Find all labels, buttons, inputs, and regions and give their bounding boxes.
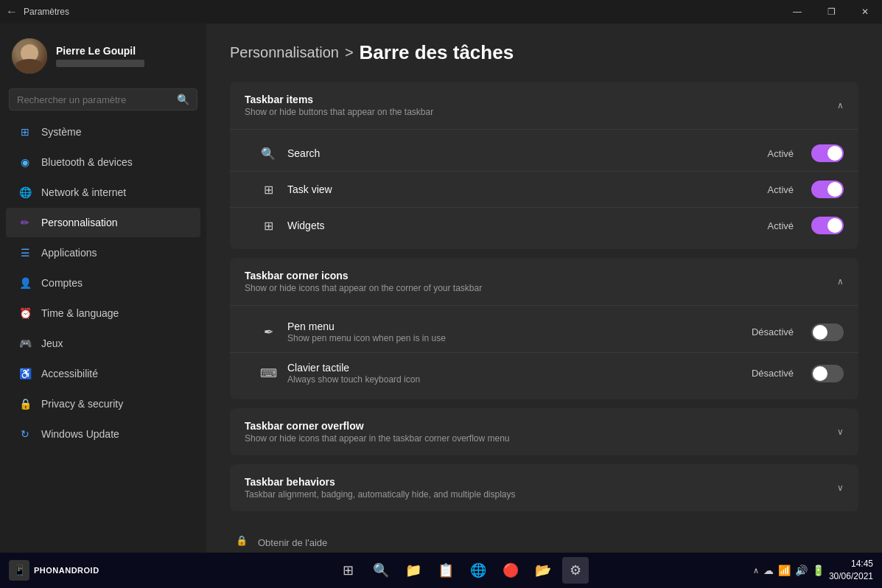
nav-icon-accessibilite: ♿ [18, 366, 32, 381]
back-button[interactable]: ← [6, 5, 18, 18]
taskbar-volume-icon[interactable]: 🔊 [795, 564, 808, 576]
section-subtitle-taskbar-items: Show or hide buttons that appear on the … [245, 107, 433, 117]
setting-icon-pen-menu: ✒ [259, 323, 277, 341]
nav-label-network: Network & internet [41, 186, 126, 198]
setting-label-block-taskview: Task view [287, 183, 757, 195]
breadcrumb-current: Barre des tâches [360, 41, 514, 64]
section-taskbar-corner-overflow: Taskbar corner overflow Show or hide ico… [230, 408, 858, 455]
user-section: Pierre Le Goupil [0, 29, 206, 85]
setting-label-widgets: Widgets [287, 220, 757, 231]
content-area: Personnalisation > Barre des tâches Task… [206, 24, 882, 553]
sidebar-item-update[interactable]: ↻ Windows Update [6, 419, 200, 449]
sidebar-item-comptes[interactable]: 👤 Comptes [6, 268, 200, 298]
toggle-knob-clavier-tactile [813, 366, 827, 381]
taskbar-icon-edge-browser[interactable]: 🌐 [465, 557, 491, 584]
setting-icon-clavier-tactile: ⌨ [259, 365, 277, 382]
section-items-taskbar-items: 🔍 Search Activé ⊞ Task view [230, 129, 858, 249]
setting-label-block-clavier-tactile: Clavier tactile Always show touch keyboa… [287, 362, 741, 385]
taskbar-icon-clipboard[interactable]: 📋 [433, 557, 459, 584]
setting-icon-taskview: ⊞ [259, 181, 277, 198]
search-input[interactable] [17, 94, 177, 105]
nav-label-accessibilite: Accessibilité [41, 368, 98, 379]
setting-icon-search: 🔍 [259, 144, 277, 162]
nav-label-privacy: Privacy & security [41, 398, 123, 410]
toggle-search[interactable] [811, 144, 844, 162]
sidebar-item-time[interactable]: ⏰ Time & language [6, 298, 200, 328]
nav-label-applications: Applications [41, 247, 97, 259]
setting-label-clavier-tactile: Clavier tactile [287, 362, 741, 374]
breadcrumb: Personnalisation > Barre des tâches [230, 41, 858, 64]
section-taskbar-items: Taskbar items Show or hide buttons that … [230, 82, 858, 249]
taskbar-icon-windows-start[interactable]: ⊞ [335, 557, 362, 584]
nav-icon-bluetooth: ◉ [18, 155, 32, 169]
toggle-pen-menu[interactable] [811, 323, 844, 341]
sidebar-item-personnalisation[interactable]: ✏ Personnalisation [6, 208, 200, 237]
footer-links: 🔒 Obtenir de l'aide 💬 Envoyer des commen… [230, 529, 858, 553]
nav-label-personnalisation: Personnalisation [41, 217, 118, 228]
footer-link-help[interactable]: 🔒 Obtenir de l'aide [233, 529, 855, 553]
taskbar-time: 14:45 [829, 558, 873, 570]
sidebar-item-jeux[interactable]: 🎮 Jeux [6, 329, 200, 358]
setting-status-widgets: Activé [768, 220, 794, 231]
taskbar-battery-icon: 🔋 [812, 564, 825, 576]
setting-row-pen-menu: ✒ Pen menu Show pen menu icon when pen i… [230, 312, 858, 352]
taskbar-icon-file-explorer[interactable]: 📁 [400, 557, 427, 584]
sidebar-item-systeme[interactable]: ⊞ Système [6, 117, 200, 147]
section-title-taskbar-behaviors: Taskbar behaviors [245, 476, 516, 488]
toggle-taskview[interactable] [811, 181, 844, 198]
taskbar-chevron-icon[interactable]: ∧ [753, 566, 759, 575]
maximize-button[interactable]: ❐ [814, 0, 848, 24]
sidebar-item-privacy[interactable]: 🔒 Privacy & security [6, 389, 200, 419]
chevron-icon-taskbar-corner-overflow: ∨ [837, 427, 844, 437]
taskbar-icon-settings-app[interactable]: ⚙ [562, 557, 589, 584]
brand-logo: PHONANDROID [34, 566, 99, 575]
section-items-taskbar-corner-icons: ✒ Pen menu Show pen menu icon when pen i… [230, 305, 858, 399]
minimize-button[interactable]: — [780, 0, 814, 24]
sidebar-item-accessibilite[interactable]: ♿ Accessibilité [6, 359, 200, 388]
nav-label-time: Time & language [41, 307, 119, 319]
taskbar-icon-folder[interactable]: 📂 [530, 557, 556, 584]
search-icon: 🔍 [177, 94, 189, 105]
user-name: Pierre Le Goupil [56, 45, 144, 57]
breadcrumb-parent: Personnalisation [230, 44, 339, 61]
setting-label-pen-menu: Pen menu [287, 321, 741, 332]
nav-label-jeux: Jeux [41, 337, 63, 349]
taskbar-icon-taskbar-search[interactable]: 🔍 [368, 557, 394, 584]
sidebar-item-network[interactable]: 🌐 Network & internet [6, 178, 200, 207]
avatar[interactable] [12, 38, 47, 74]
titlebar-title: Paramètres [24, 7, 69, 17]
user-info: Pierre Le Goupil [56, 45, 144, 67]
nav-icon-jeux: 🎮 [18, 336, 32, 351]
breadcrumb-separator: > [345, 44, 354, 61]
nav-icon-time: ⏰ [18, 306, 32, 321]
sections-container: Taskbar items Show or hide buttons that … [230, 82, 858, 511]
toggle-clavier-tactile[interactable] [811, 365, 844, 382]
setting-label-block-pen-menu: Pen menu Show pen menu icon when pen is … [287, 321, 741, 343]
section-header-taskbar-behaviors[interactable]: Taskbar behaviors Taskbar alignment, bad… [230, 464, 858, 511]
taskbar-cloud-icon: ☁ [763, 564, 774, 576]
taskbar-right: ∧ ☁ 📶 🔊 🔋 14:45 30/06/2021 [753, 558, 873, 583]
nav-icon-privacy: 🔒 [18, 396, 32, 411]
nav-icon-personnalisation: ✏ [18, 215, 32, 230]
section-header-taskbar-corner-overflow[interactable]: Taskbar corner overflow Show or hide ico… [230, 408, 858, 455]
search-box[interactable]: 🔍 [9, 88, 197, 111]
taskbar-icon-google-chrome[interactable]: 🔴 [497, 557, 524, 584]
section-subtitle-taskbar-corner-overflow: Show or hide icons that appear in the ta… [245, 433, 510, 444]
section-title-taskbar-items: Taskbar items [245, 94, 433, 105]
section-header-taskbar-items[interactable]: Taskbar items Show or hide buttons that … [230, 82, 858, 129]
setting-row-taskview: ⊞ Task view Activé [230, 171, 858, 207]
section-taskbar-behaviors: Taskbar behaviors Taskbar alignment, bad… [230, 464, 858, 511]
taskbar: 📱 PHONANDROID ⊞🔍📁📋🌐🔴📂⚙ ∧ ☁ 📶 🔊 🔋 14:45 3… [0, 553, 882, 588]
setting-label-search: Search [287, 147, 757, 159]
footer-link-icon-help: 🔒 [236, 535, 251, 550]
nav-icon-systeme: ⊞ [18, 125, 32, 139]
setting-sublabel-clavier-tactile: Always show touch keyboard icon [287, 374, 741, 385]
nav-list: ⊞ Système ◉ Bluetooth & devices 🌐 Networ… [0, 116, 206, 449]
section-header-taskbar-corner-icons[interactable]: Taskbar corner icons Show or hide icons … [230, 258, 858, 305]
footer-link-label-help: Obtenir de l'aide [258, 537, 327, 548]
sidebar-item-bluetooth[interactable]: ◉ Bluetooth & devices [6, 147, 200, 177]
toggle-widgets[interactable] [811, 217, 844, 234]
sidebar-item-applications[interactable]: ☰ Applications [6, 238, 200, 267]
close-button[interactable]: ✕ [848, 0, 882, 24]
setting-label-block-search: Search [287, 147, 757, 159]
